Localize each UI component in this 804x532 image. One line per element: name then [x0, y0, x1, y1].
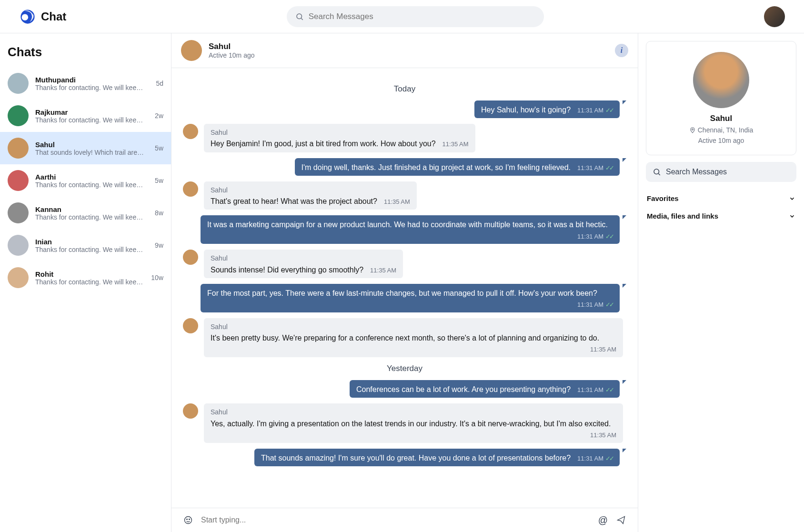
message-row: Conferences can be a lot of work. Are yo… — [183, 380, 626, 398]
accordion-section[interactable]: Media, files and links — [646, 207, 796, 225]
svg-point-6 — [189, 519, 190, 520]
read-receipt-icon: ✓✓ — [605, 164, 613, 171]
message-bubble[interactable]: Sahul Hey Benjamin! I'm good, just a bit… — [204, 124, 475, 152]
svg-point-7 — [692, 129, 693, 130]
bubble-tail — [623, 215, 626, 219]
send-button[interactable] — [616, 515, 626, 525]
svg-point-1 — [22, 14, 29, 20]
chat-list-item[interactable]: Aarthi Thanks for contacting. We will ke… — [0, 164, 171, 197]
message-bubble[interactable]: Sahul That's great to hear! What was the… — [204, 181, 417, 210]
message-row: Sahul It's been pretty busy. We're prepa… — [183, 318, 626, 357]
message-row: Hey Sahul, how's it going? 11:31 AM✓✓ — [183, 100, 626, 118]
chat-time: 5w — [155, 177, 163, 184]
send-icon — [616, 515, 626, 525]
search-icon — [653, 168, 661, 176]
message-bubble[interactable]: Sahul Yes, actually. I'm giving a presen… — [204, 403, 623, 442]
chevron-down-icon — [789, 213, 795, 220]
message-sender: Sahul — [211, 253, 396, 263]
emoji-icon — [183, 515, 193, 525]
message-text: It was a marketing campaign for a new pr… — [207, 221, 608, 229]
message-bubble[interactable]: Sahul It's been pretty busy. We're prepa… — [204, 318, 623, 357]
chat-list-item[interactable]: Rajkumar Thanks for contacting. We will … — [0, 100, 171, 132]
app-logo: Chat — [19, 8, 66, 25]
chat-list-item[interactable]: Inian Thanks for contacting. We will kee… — [0, 229, 171, 261]
composer-input[interactable] — [201, 516, 590, 524]
chat-avatar — [8, 267, 29, 288]
message-sender: Sahul — [211, 407, 616, 417]
message-text: Yes, actually. I'm giving a presentation… — [211, 420, 611, 428]
chat-avatar — [8, 105, 29, 126]
current-user-avatar[interactable] — [764, 6, 785, 27]
svg-point-4 — [185, 517, 192, 524]
message-time: 11:35 AM — [442, 140, 469, 149]
global-search[interactable] — [287, 6, 544, 27]
message-text: It's been pretty busy. We're preparing f… — [211, 334, 599, 342]
panel-search[interactable]: Search Messages — [646, 162, 796, 182]
chat-sidebar: Chats Muthupandi Thanks for contacting. … — [0, 33, 171, 532]
message-text: For the most part, yes. There were a few… — [207, 289, 597, 297]
search-icon — [295, 12, 304, 21]
emoji-button[interactable] — [183, 515, 193, 525]
chat-list-item[interactable]: Sahul That sounds lovely! Which trail ar… — [0, 132, 171, 164]
accordion-label: Favorites — [647, 194, 679, 202]
message-time: 11:35 AM — [384, 198, 410, 207]
message-bubble[interactable]: Hey Sahul, how's it going? 11:31 AM✓✓ — [474, 100, 620, 118]
conversation-header: Sahul Active 10m ago i — [171, 33, 638, 68]
message-bubble[interactable]: I'm doing well, thanks. Just finished a … — [295, 158, 620, 176]
message-row: Sahul That's great to hear! What was the… — [183, 181, 626, 210]
sender-avatar — [183, 124, 198, 139]
chat-preview: Thanks for contacting. We will keep in .… — [35, 116, 145, 124]
svg-point-8 — [654, 169, 659, 174]
message-time: 11:35 AM — [590, 345, 616, 354]
bubble-tail — [623, 449, 626, 452]
message-text: Hey Sahul, how's it going? — [481, 106, 571, 114]
message-bubble[interactable]: Conferences can be a lot of work. Are yo… — [350, 380, 620, 398]
chat-list-item[interactable]: Kannan Thanks for contacting. We will ke… — [0, 197, 171, 229]
chat-preview: Thanks for contacting. We will keep in .… — [35, 84, 145, 91]
chat-list-item[interactable]: Muthupandi Thanks for contacting. We wil… — [0, 67, 171, 100]
chat-name: Rajkumar — [35, 108, 148, 116]
message-row: I'm doing well, thanks. Just finished a … — [183, 158, 626, 176]
mention-button[interactable]: @ — [598, 515, 608, 525]
message-bubble[interactable]: Sahul Sounds intense! Did everything go … — [204, 250, 403, 278]
chat-avatar — [8, 138, 29, 159]
global-search-input[interactable] — [309, 12, 535, 21]
message-time: 11:35 AM — [370, 266, 396, 275]
chat-preview: Thanks for contacting. We will keep in .… — [35, 181, 145, 189]
chat-name: Kannan — [35, 205, 148, 213]
message-bubble[interactable]: It was a marketing campaign for a new pr… — [201, 215, 620, 244]
chat-list-item[interactable]: Rohit Thanks for contacting. We will kee… — [0, 261, 171, 294]
details-panel: Sahul Chennai, TN, India Active 10m ago … — [638, 33, 804, 532]
message-list[interactable]: Today Hey Sahul, how's it going? 11:31 A… — [171, 68, 638, 508]
logo-icon — [19, 8, 36, 25]
message-row: Sahul Hey Benjamin! I'm good, just a bit… — [183, 124, 626, 152]
accordion-section[interactable]: Favorites — [646, 190, 796, 207]
chat-time: 5w — [155, 144, 163, 152]
bubble-tail — [623, 100, 626, 104]
svg-line-3 — [301, 18, 302, 20]
day-separator: Today — [183, 84, 626, 94]
bubble-tail — [623, 380, 626, 384]
sender-avatar — [183, 250, 198, 265]
message-time: 11:31 AM✓✓ — [577, 386, 613, 395]
read-receipt-icon: ✓✓ — [605, 301, 613, 308]
chat-name: Sahul — [35, 141, 148, 149]
message-text: That's great to hear! What was the proje… — [211, 197, 377, 205]
message-row: That sounds amazing! I'm sure you'll do … — [183, 449, 626, 466]
chat-preview: That sounds lovely! Which trail are you … — [35, 149, 145, 156]
message-bubble[interactable]: That sounds amazing! I'm sure you'll do … — [254, 449, 620, 466]
message-bubble[interactable]: For the most part, yes. There were a few… — [201, 284, 620, 312]
message-text: That sounds amazing! I'm sure you'll do … — [261, 454, 571, 462]
chat-time: 9w — [155, 241, 163, 249]
message-time: 11:31 AM✓✓ — [577, 232, 613, 241]
message-sender: Sahul — [211, 128, 469, 137]
chat-partner-avatar[interactable] — [181, 40, 202, 61]
chats-heading: Chats — [0, 33, 171, 67]
profile-active-status: Active 10m ago — [698, 137, 744, 144]
message-row: Sahul Yes, actually. I'm giving a presen… — [183, 403, 626, 442]
info-button[interactable]: i — [615, 44, 628, 57]
message-text: Conferences can be a lot of work. Are yo… — [356, 385, 571, 393]
chat-avatar — [8, 170, 29, 191]
message-row: It was a marketing campaign for a new pr… — [183, 215, 626, 244]
chat-time: 8w — [155, 209, 163, 217]
